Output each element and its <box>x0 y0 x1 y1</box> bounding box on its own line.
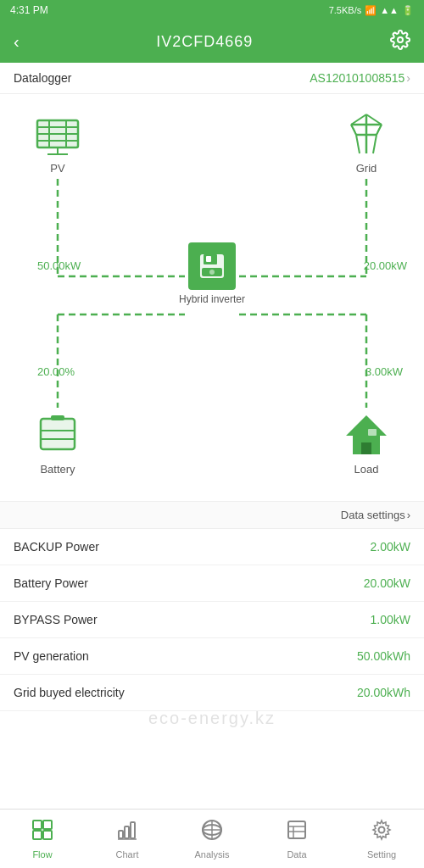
pv-generation-label: PV generation <box>14 649 89 663</box>
battery-power-value: 20.00kW <box>364 576 410 590</box>
node-inverter: Hybrid inverter <box>179 242 245 305</box>
svg-point-0 <box>398 37 403 42</box>
status-bar: 4:31 PM 7.5KB/s 📶 ▲▲ 🔋 <box>0 0 424 20</box>
datalogger-label: Datalogger <box>14 71 72 85</box>
header: ‹ IV2CFD4669 <box>0 20 424 63</box>
inverter-icon <box>188 242 236 290</box>
data-settings-row: Data settings › <box>0 501 424 529</box>
svg-rect-41 <box>43 821 52 829</box>
svg-rect-17 <box>37 120 78 147</box>
bypass-power-label: BYPASS Power <box>14 613 98 626</box>
node-load: Load <box>343 412 390 476</box>
battery-icon: 🔋 <box>402 5 414 16</box>
datalogger-row[interactable]: Datalogger AS120101008515 › <box>0 63 424 94</box>
load-icon <box>343 412 390 459</box>
settings-icon[interactable] <box>390 30 410 54</box>
tab-bar: Flow Chart Analysis <box>0 809 424 868</box>
datalogger-value: AS120101008515 › <box>310 71 410 85</box>
chart-tab-label: Chart <box>116 849 139 860</box>
power-load-label: 3.00kW <box>365 365 403 378</box>
inverter-label: Hybrid inverter <box>179 293 245 305</box>
grid-icon <box>343 111 390 159</box>
svg-line-21 <box>351 114 366 125</box>
pv-generation-value: 50.00kWh <box>357 649 410 663</box>
chart-tab-icon <box>116 819 138 846</box>
analysis-tab-label: Analysis <box>195 849 230 860</box>
svg-point-56 <box>379 826 385 832</box>
power-pv-label: 50.00kW <box>37 259 81 272</box>
datalogger-id: AS120101008515 <box>310 71 404 85</box>
bypass-power-value: 1.00kW <box>371 613 410 626</box>
data-row-bypass: BYPASS Power 1.00kW <box>0 602 424 638</box>
data-settings-button[interactable]: Data settings › <box>341 509 410 521</box>
tab-chart[interactable]: Chart <box>85 810 170 868</box>
grid-label: Grid <box>356 162 377 175</box>
data-list: BACKUP Power 2.00kW Battery Power 20.00k… <box>0 529 424 711</box>
data-tab-icon <box>286 819 308 846</box>
watermark: eco-energy.kz <box>0 711 424 728</box>
grid-buyed-label: Grid buyed electricity <box>14 686 125 699</box>
bluetooth-icon: 📶 <box>365 5 377 16</box>
node-grid: Grid <box>343 111 390 175</box>
flow-tab-label: Flow <box>32 849 52 860</box>
svg-rect-46 <box>131 822 135 838</box>
svg-rect-52 <box>288 821 305 838</box>
power-battery-label: 20.00% <box>37 365 75 378</box>
flow-tab-icon <box>31 819 53 846</box>
signal-icon: ▲▲ <box>380 5 399 15</box>
svg-rect-29 <box>206 256 211 262</box>
battery-label: Battery <box>40 463 75 476</box>
svg-rect-44 <box>119 831 123 838</box>
data-settings-chevron: › <box>407 509 410 521</box>
svg-line-22 <box>366 114 382 125</box>
svg-line-26 <box>373 135 377 153</box>
flow-diagram: PV <box>0 94 424 501</box>
tab-flow[interactable]: Flow <box>0 810 85 868</box>
status-icons: 7.5KB/s 📶 ▲▲ 🔋 <box>329 5 414 16</box>
svg-rect-43 <box>43 831 52 839</box>
backup-power-label: BACKUP Power <box>14 540 99 554</box>
pv-icon <box>34 111 81 159</box>
svg-rect-42 <box>33 831 42 839</box>
watermark-text: eco-energy.kz <box>148 711 276 728</box>
network-speed: 7.5KB/s <box>329 5 362 15</box>
svg-rect-39 <box>368 429 377 436</box>
data-row-battery-power: Battery Power 20.00kW <box>0 565 424 602</box>
tab-data[interactable]: Data <box>254 810 339 868</box>
page-content: 4:31 PM 7.5KB/s 📶 ▲▲ 🔋 ‹ IV2CFD4669 Data… <box>0 0 424 787</box>
svg-line-25 <box>356 135 360 153</box>
battery-node-icon <box>34 412 81 459</box>
data-settings-label: Data settings <box>341 509 405 521</box>
setting-tab-icon <box>371 819 393 846</box>
chevron-right-icon: › <box>406 71 410 85</box>
pv-label: PV <box>50 162 64 175</box>
back-button[interactable]: ‹ <box>14 32 20 52</box>
page-title: IV2CFD4669 <box>156 33 253 51</box>
tab-analysis[interactable]: Analysis <box>170 810 254 868</box>
node-battery: Battery <box>34 412 81 476</box>
svg-rect-40 <box>33 821 42 829</box>
node-pv: PV <box>34 111 81 175</box>
setting-tab-label: Setting <box>367 849 396 860</box>
grid-buyed-value: 20.00kWh <box>357 686 410 699</box>
svg-rect-36 <box>41 419 75 449</box>
battery-power-label: Battery Power <box>14 576 88 590</box>
svg-rect-38 <box>361 442 371 454</box>
data-row-backup: BACKUP Power 2.00kW <box>0 529 424 565</box>
data-tab-label: Data <box>287 849 306 860</box>
power-grid-label: 20.00kW <box>364 259 407 272</box>
status-time: 4:31 PM <box>10 4 48 16</box>
svg-point-31 <box>209 270 215 275</box>
data-row-grid-electricity: Grid buyed electricity 20.00kWh <box>0 675 424 711</box>
load-label: Load <box>354 463 379 476</box>
analysis-tab-icon <box>201 819 223 846</box>
backup-power-value: 2.00kW <box>371 540 410 554</box>
svg-rect-45 <box>125 826 129 838</box>
tab-setting[interactable]: Setting <box>339 810 424 868</box>
data-row-pv-gen: PV generation 50.00kWh <box>0 638 424 675</box>
